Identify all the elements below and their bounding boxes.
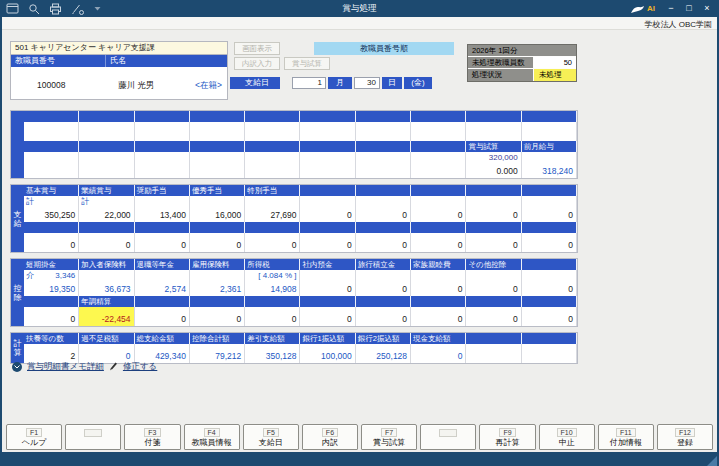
grid-cell[interactable]: 0	[411, 233, 466, 252]
grid-cell[interactable]: 0	[135, 307, 190, 326]
grid-cell[interactable]: 0	[245, 307, 300, 326]
grid-cell[interactable]: 0	[300, 270, 355, 296]
employee-number-column-header: 教職員番号	[11, 55, 106, 67]
grid-cell[interactable]: 0	[356, 270, 411, 296]
grid-cell[interactable]: 介3,34619,350	[24, 270, 79, 296]
grid-cell[interactable]: 16,000	[190, 196, 245, 222]
grid-cell[interactable]: 0	[356, 307, 411, 326]
grid-cell[interactable]: 2,361	[190, 270, 245, 296]
fkey-f9[interactable]: F9再計算	[479, 424, 535, 450]
fkey-f3[interactable]: F3付箋	[124, 424, 180, 450]
department-box[interactable]: 501 キャリアセンター キャリア支援課	[10, 41, 228, 54]
grid-cell[interactable]: 0	[522, 270, 577, 296]
grid-cell[interactable]	[411, 122, 466, 141]
grid-cell[interactable]	[135, 152, 190, 178]
grid-cell[interactable]: 0	[300, 196, 355, 222]
grid-cell[interactable]	[24, 122, 79, 141]
grid-cell[interactable]: 2,574	[135, 270, 190, 296]
grid-cell[interactable]	[411, 152, 466, 178]
grid-cell[interactable]: 318,240	[522, 152, 577, 178]
fkey-f4[interactable]: F4教職員情報	[184, 424, 240, 450]
grid-cell[interactable]: 36,673	[79, 270, 134, 296]
grid-cell[interactable]	[300, 122, 355, 141]
grid-cell[interactable]: 0	[411, 270, 466, 296]
grid-cell[interactable]: -22,454	[79, 307, 134, 326]
grid-header-cell: 社内預金	[300, 259, 355, 270]
grid-cell[interactable]: 0	[190, 233, 245, 252]
grid-cell[interactable]: 0	[79, 233, 134, 252]
grid-cell[interactable]	[522, 344, 577, 363]
grid-cell[interactable]: 0	[190, 307, 245, 326]
grid-cell[interactable]	[300, 152, 355, 178]
grid-cell[interactable]	[190, 152, 245, 178]
grid-cell[interactable]: 0	[135, 233, 190, 252]
grid-cell[interactable]: 320,0000.000	[466, 152, 521, 178]
bonus-memo-link[interactable]: 賞与明細書メモ詳細	[27, 361, 104, 373]
grid-cell[interactable]: 計350,250	[24, 196, 79, 222]
grid-cell[interactable]	[356, 122, 411, 141]
grid-cell[interactable]	[190, 122, 245, 141]
grid-cell[interactable]: 0	[411, 344, 466, 363]
fkey-f1[interactable]: F1ヘルプ	[6, 424, 62, 450]
grid-cell[interactable]: 350,128	[245, 344, 300, 363]
fkey-f11[interactable]: F11付加情報	[598, 424, 654, 450]
grid-header-cell	[135, 111, 190, 122]
grid-cell[interactable]: 0	[356, 196, 411, 222]
grid-cell[interactable]	[466, 344, 521, 363]
ai-assistant-logo[interactable]: AI	[630, 3, 655, 15]
section-label: 控除	[11, 259, 24, 326]
edit-link[interactable]: 修正する	[123, 361, 157, 373]
grid-cell[interactable]: 計22,000	[79, 196, 134, 222]
grid-cell[interactable]	[24, 152, 79, 178]
payment-day-field[interactable]: 30	[354, 77, 380, 89]
grid-cell[interactable]	[245, 122, 300, 141]
grid-cell[interactable]: 0	[300, 307, 355, 326]
grid-cell[interactable]: 0	[245, 233, 300, 252]
grid-cell[interactable]: 0	[522, 196, 577, 222]
grid-cell[interactable]: 250,128	[356, 344, 411, 363]
fkey-f5[interactable]: F5支給日	[243, 424, 299, 450]
grid-cell[interactable]	[245, 152, 300, 178]
grid-cell[interactable]	[79, 152, 134, 178]
fkey-f12[interactable]: F12登録	[657, 424, 713, 450]
grid-cell[interactable]: 13,400	[135, 196, 190, 222]
grid-cell[interactable]	[135, 122, 190, 141]
fkey-f6[interactable]: F6内訳	[302, 424, 358, 450]
grid-header-cell	[356, 141, 411, 152]
grid-cell[interactable]: 0	[466, 233, 521, 252]
grid-cell[interactable]: 0	[411, 307, 466, 326]
grid-cell[interactable]	[356, 152, 411, 178]
grid-cell[interactable]: [ 4.084 % ]14,908	[245, 270, 300, 296]
grid-cell[interactable]: 0	[24, 233, 79, 252]
maximize-button[interactable]: □	[681, 2, 697, 15]
close-button[interactable]: ×	[699, 2, 715, 15]
grid-cell[interactable]: 0	[411, 196, 466, 222]
grid-cell[interactable]: 0	[24, 307, 79, 326]
breakdown-input-button[interactable]: 内訳入力	[234, 57, 280, 70]
grid-cell[interactable]: 0	[466, 307, 521, 326]
bonus-trial-button[interactable]: 賞与試算	[284, 57, 330, 70]
employee-row[interactable]: 100008 藤川 光男 <在籍>	[11, 80, 227, 92]
payment-date-label: 支給日	[230, 77, 280, 89]
grid-cell[interactable]: 0	[466, 270, 521, 296]
resize-grip[interactable]	[707, 454, 719, 466]
payment-month-field[interactable]: 1	[292, 77, 326, 89]
grid-cell[interactable]: 27,690	[245, 196, 300, 222]
grid-cell[interactable]: 0	[356, 233, 411, 252]
grid-cell[interactable]: 79,212	[190, 344, 245, 363]
chevron-circle-icon[interactable]	[12, 362, 22, 372]
grid-cell[interactable]: 0	[466, 196, 521, 222]
fkey-f10[interactable]: F10中止	[539, 424, 595, 450]
grid-cell[interactable]: 0	[300, 233, 355, 252]
grid-cell[interactable]	[79, 122, 134, 141]
minimize-button[interactable]: −	[663, 2, 679, 15]
grid-cell[interactable]: 0	[522, 307, 577, 326]
grid-header-cell	[24, 111, 79, 122]
screen-display-button[interactable]: 画面表示	[234, 42, 280, 55]
grid-header-cell	[356, 111, 411, 122]
grid-cell[interactable]: 100,000	[300, 344, 355, 363]
grid-cell[interactable]: 0	[522, 233, 577, 252]
fkey-f7[interactable]: F7賞与試算	[361, 424, 417, 450]
grid-cell[interactable]	[522, 122, 577, 141]
grid-cell[interactable]	[466, 122, 521, 141]
